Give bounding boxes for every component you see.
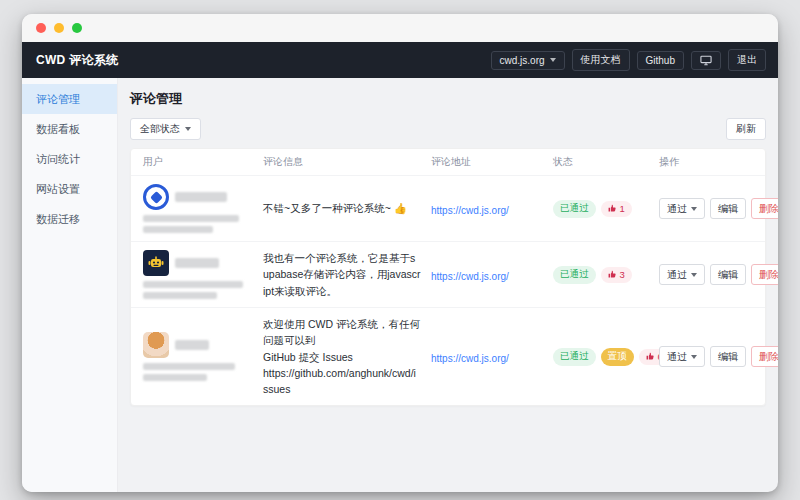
table-row: 我也有一个评论系统，它是基于supabase存储评论内容，用javascript… xyxy=(131,241,765,307)
sidebar-nav: 评论管理 数据看板 访问统计 网站设置 数据迁移 xyxy=(22,78,118,492)
likes-count: 3 xyxy=(620,269,625,280)
sidebar-item-visit-stats[interactable]: 访问统计 xyxy=(22,144,117,174)
col-header-comment: 评论信息 xyxy=(263,155,431,169)
chevron-down-icon xyxy=(691,355,697,359)
redacted-user-meta xyxy=(143,292,217,299)
status-badge-approved: 已通过 xyxy=(553,266,596,284)
edit-button[interactable]: 编辑 xyxy=(710,264,746,285)
navbar-actions: cwd.js.org 使用文档 Github 退出 xyxy=(491,49,766,71)
redacted-user-name xyxy=(175,340,209,350)
thumbs-up-icon xyxy=(608,270,617,279)
likes-badge: 1 xyxy=(601,201,632,217)
sidebar-item-site-settings[interactable]: 网站设置 xyxy=(22,174,117,204)
site-select-value: cwd.js.org xyxy=(500,55,545,66)
sidebar-item-data-migration[interactable]: 数据迁移 xyxy=(22,204,117,234)
main-panel: 评论管理 全部状态 刷新 用户 评论信息 评论地址 状态 操作 xyxy=(118,78,778,492)
status-badge-approved: 已通过 xyxy=(553,348,596,366)
user-cell xyxy=(143,184,263,233)
status-filter-value: 全部状态 xyxy=(140,122,180,136)
window-titlebar xyxy=(22,14,778,42)
app-brand-title: CWD 评论系统 xyxy=(36,52,118,69)
chevron-down-icon xyxy=(185,127,191,131)
status-cell: 已通过 置顶 6 xyxy=(553,348,659,366)
comment-url-link[interactable]: https://cwd.js.org/ xyxy=(431,205,509,216)
redacted-user-meta xyxy=(143,374,207,381)
redacted-user-email xyxy=(143,281,243,288)
likes-count: 1 xyxy=(620,203,625,214)
chevron-down-icon xyxy=(691,207,697,211)
robot-avatar-icon xyxy=(147,255,165,271)
row-status-select-value: 通过 xyxy=(667,350,687,364)
comment-text: 不错~又多了一种评论系统~ 👍 xyxy=(263,200,431,216)
comments-table-card: 用户 评论信息 评论地址 状态 操作 xyxy=(130,148,766,406)
row-status-select[interactable]: 通过 xyxy=(659,264,705,285)
delete-button[interactable]: 删除 xyxy=(751,198,778,219)
close-window-button[interactable] xyxy=(36,23,46,33)
likes-badge: 3 xyxy=(601,267,632,283)
refresh-button[interactable]: 刷新 xyxy=(726,118,766,140)
page-title: 评论管理 xyxy=(130,90,766,108)
comment-url-link[interactable]: https://cwd.js.org/ xyxy=(431,353,509,364)
status-badge-approved: 已通过 xyxy=(553,200,596,218)
redacted-user-email xyxy=(143,215,239,222)
pinned-badge: 置顶 xyxy=(601,348,634,366)
col-header-actions: 操作 xyxy=(659,155,753,169)
user-cell xyxy=(143,250,263,299)
col-header-user: 用户 xyxy=(143,155,263,169)
zoom-window-button[interactable] xyxy=(72,23,82,33)
comment-text: 我也有一个评论系统，它是基于supabase存储评论内容，用javascript… xyxy=(263,250,431,299)
row-status-select-value: 通过 xyxy=(667,202,687,216)
comment-url-link[interactable]: https://cwd.js.org/ xyxy=(431,271,509,282)
chevron-down-icon xyxy=(550,58,556,62)
row-status-select[interactable]: 通过 xyxy=(659,198,705,219)
status-filter-select[interactable]: 全部状态 xyxy=(130,118,201,140)
actions-cell: 通过 编辑 删除 xyxy=(659,346,778,367)
table-toolbar: 全部状态 刷新 xyxy=(130,118,766,140)
redacted-user-name xyxy=(175,258,219,268)
edit-button[interactable]: 编辑 xyxy=(710,198,746,219)
content-area: 评论管理 数据看板 访问统计 网站设置 数据迁移 评论管理 全部状态 刷新 用户… xyxy=(22,78,778,492)
redacted-user-meta xyxy=(143,226,213,233)
col-header-url: 评论地址 xyxy=(431,155,553,169)
redacted-user-name xyxy=(175,192,227,202)
comment-text: 欢迎使用 CWD 评论系统，有任何问题可以到 GitHub 提交 Issues … xyxy=(263,316,431,397)
actions-cell: 通过 编辑 删除 xyxy=(659,264,778,285)
site-select-dropdown[interactable]: cwd.js.org xyxy=(491,51,565,70)
avatar xyxy=(143,332,169,358)
row-status-select-value: 通过 xyxy=(667,268,687,282)
chevron-down-icon xyxy=(691,273,697,277)
top-navbar: CWD 评论系统 cwd.js.org 使用文档 Github 退出 xyxy=(22,42,778,78)
thumbs-up-icon xyxy=(646,352,655,361)
redacted-user-email xyxy=(143,363,235,370)
user-cell xyxy=(143,332,263,381)
status-cell: 已通过 1 xyxy=(553,200,659,218)
table-header-row: 用户 评论信息 评论地址 状态 操作 xyxy=(131,149,765,175)
app-window: CWD 评论系统 cwd.js.org 使用文档 Github 退出 评论管理 … xyxy=(22,14,778,492)
monitor-icon xyxy=(700,55,712,66)
minimize-window-button[interactable] xyxy=(54,23,64,33)
table-row: 不错~又多了一种评论系统~ 👍 https://cwd.js.org/ 已通过 … xyxy=(131,175,765,241)
table-row: 欢迎使用 CWD 评论系统，有任何问题可以到 GitHub 提交 Issues … xyxy=(131,307,765,405)
status-cell: 已通过 3 xyxy=(553,266,659,284)
delete-button[interactable]: 删除 xyxy=(751,346,778,367)
docs-button[interactable]: 使用文档 xyxy=(572,49,630,71)
logout-button[interactable]: 退出 xyxy=(728,49,766,71)
row-status-select[interactable]: 通过 xyxy=(659,346,705,367)
avatar xyxy=(143,250,169,276)
col-header-status: 状态 xyxy=(553,155,659,169)
avatar xyxy=(143,184,169,210)
actions-cell: 通过 编辑 删除 xyxy=(659,198,778,219)
delete-button[interactable]: 删除 xyxy=(751,264,778,285)
thumbs-up-icon xyxy=(608,204,617,213)
sidebar-item-comment-management[interactable]: 评论管理 xyxy=(22,84,117,114)
sidebar-item-dashboard[interactable]: 数据看板 xyxy=(22,114,117,144)
edit-button[interactable]: 编辑 xyxy=(710,346,746,367)
github-button[interactable]: Github xyxy=(637,51,684,70)
display-mode-button[interactable] xyxy=(691,51,721,70)
